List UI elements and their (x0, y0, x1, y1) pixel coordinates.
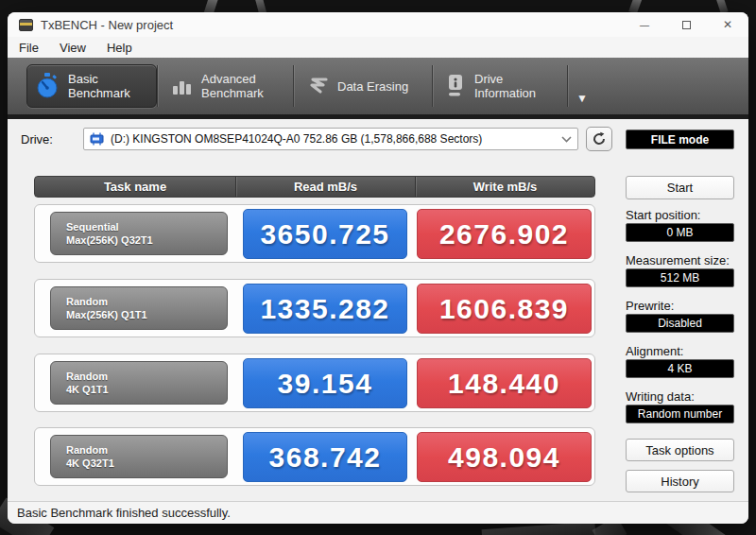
tab-data-erasing-label: Data Erasing (337, 79, 408, 94)
read-value: 39.154 (243, 358, 407, 408)
refresh-icon (592, 131, 607, 147)
stopwatch-icon (35, 73, 60, 99)
task-button-sequential-q32t1[interactable]: SequentialMax(256K) Q32T1 (50, 212, 228, 255)
toolbar-overflow-arrow[interactable]: ▼ (576, 92, 588, 105)
alignment-label: Alignment: (626, 344, 683, 358)
tab-advanced-benchmark[interactable]: AdvancedBenchmark (163, 64, 291, 108)
menu-help[interactable]: Help (107, 41, 132, 55)
measurement-size-label: Measurement size: (626, 253, 730, 268)
app-window: TxBENCH - New project — ✕ File View Help (8, 12, 748, 524)
read-value: 3650.725 (243, 209, 407, 259)
write-value: 498.094 (417, 432, 592, 482)
tab-drive-information-label: DriveInformation (474, 72, 536, 100)
drive-icon (90, 132, 105, 146)
drive-selected-value: (D:) KINGSTON OM8SEP41024Q-A0 752.86 GB … (111, 132, 558, 146)
maximize-button[interactable] (665, 12, 707, 37)
history-button[interactable]: History (626, 470, 734, 492)
writing-data-value[interactable]: Random number (626, 405, 734, 423)
toolbar-separator (157, 65, 158, 107)
prewrite-label: Prewrite: (626, 299, 674, 313)
start-position-label: Start position: (626, 208, 701, 222)
results-table-header: Task name Read mB/s Write mB/s (34, 176, 595, 198)
task-button-random-q1t1[interactable]: RandomMax(256K) Q1T1 (50, 286, 228, 330)
toolbar: BasicBenchmark AdvancedBenchmark (8, 58, 748, 114)
drive-label: Drive: (21, 132, 53, 147)
read-value: 368.742 (243, 432, 407, 482)
task-button-random-4k-q1t1[interactable]: Random4K Q1T1 (50, 361, 228, 405)
file-mode-button[interactable]: FILE mode (626, 129, 734, 149)
start-position-value[interactable]: 0 MB (626, 223, 734, 242)
drive-info-icon (445, 74, 466, 98)
bar-chart-icon (170, 75, 193, 97)
toolbar-separator (567, 65, 568, 107)
title-bar[interactable]: TxBENCH - New project — ✕ (8, 12, 748, 37)
alignment-value[interactable]: 4 KB (626, 359, 734, 378)
menu-view[interactable]: View (60, 41, 86, 55)
close-button[interactable]: ✕ (707, 12, 748, 37)
task-options-button[interactable]: Task options (626, 439, 734, 461)
tab-basic-benchmark[interactable]: BasicBenchmark (26, 64, 157, 108)
menu-file[interactable]: File (19, 41, 39, 55)
menu-bar: File View Help (8, 37, 748, 58)
tab-data-erasing[interactable]: Data Erasing (299, 64, 429, 108)
close-icon: ✕ (723, 18, 732, 31)
header-read: Read mB/s (235, 177, 415, 197)
app-icon (19, 19, 33, 31)
tab-basic-benchmark-label: BasicBenchmark (68, 72, 130, 100)
minimize-button[interactable]: — (624, 12, 665, 37)
drive-select[interactable]: (D:) KINGSTON OM8SEP41024Q-A0 752.86 GB … (83, 128, 578, 150)
write-value: 2676.902 (417, 209, 592, 259)
header-task-name: Task name (35, 177, 235, 197)
task-button-random-4k-q32t1[interactable]: Random4K Q32T1 (50, 435, 228, 478)
chevron-down-icon (561, 136, 572, 143)
maximize-icon (682, 21, 691, 29)
toolbar-separator (293, 65, 294, 107)
status-bar: Basic Benchmark finished successfully. (8, 501, 748, 524)
header-write: Write mB/s (415, 177, 594, 197)
tab-drive-information[interactable]: DriveInformation (438, 64, 562, 108)
table-row: Random4K Q32T1 368.742 498.094 (34, 427, 595, 486)
tab-advanced-benchmark-label: AdvancedBenchmark (201, 72, 264, 100)
start-button[interactable]: Start (626, 176, 734, 199)
toolbar-divider (8, 114, 748, 119)
write-value: 1606.839 (417, 284, 592, 334)
read-value: 1335.282 (243, 284, 407, 334)
measurement-size-value[interactable]: 512 MB (626, 268, 734, 287)
write-value: 148.440 (417, 358, 592, 408)
writing-data-label: Writing data: (626, 389, 695, 404)
table-row: SequentialMax(256K) Q32T1 3650.725 2676.… (34, 204, 595, 263)
table-row: RandomMax(256K) Q1T1 1335.282 1606.839 (34, 279, 595, 337)
window-title: TxBENCH - New project (41, 18, 173, 32)
toolbar-separator (432, 65, 433, 107)
status-message: Basic Benchmark finished successfully. (17, 506, 231, 520)
table-row: Random4K Q1T1 39.154 148.440 (34, 354, 595, 412)
refresh-drives-button[interactable] (586, 127, 612, 151)
erase-icon (306, 76, 329, 96)
minimize-icon: — (640, 20, 649, 30)
prewrite-value[interactable]: Disabled (626, 314, 734, 333)
